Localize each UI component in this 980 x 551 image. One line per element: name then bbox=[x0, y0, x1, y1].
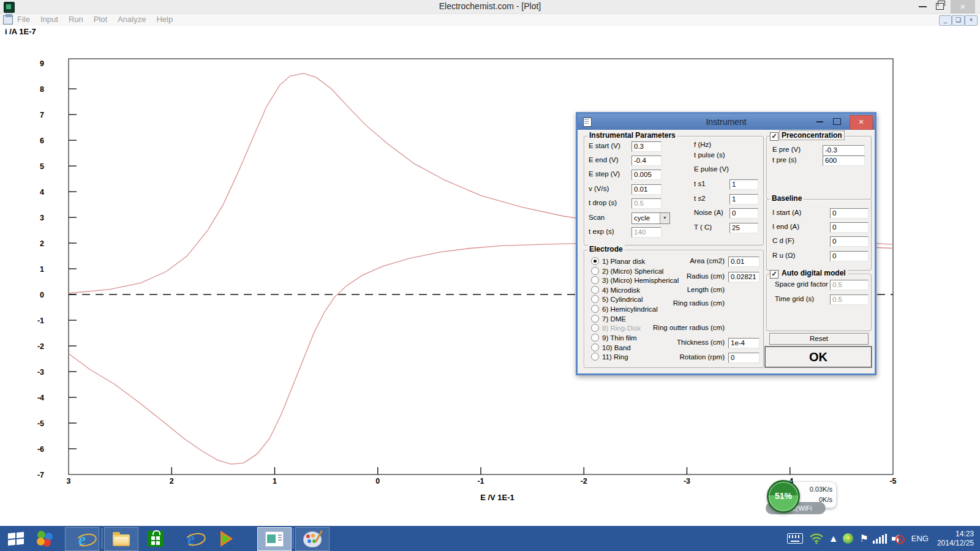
taskbar-ie-button[interactable]: e bbox=[65, 527, 99, 551]
y-tick-label: 6 bbox=[40, 137, 44, 145]
close-button[interactable]: × bbox=[951, 0, 975, 13]
auto-digital-model-checkbox[interactable]: ✓ bbox=[770, 270, 778, 279]
action-center-flag-icon[interactable]: ⚑ bbox=[856, 526, 872, 551]
taskbar-sogou-button[interactable] bbox=[32, 527, 59, 550]
electrode-option-5-cylindrical[interactable]: 5) Cylindrical bbox=[591, 295, 643, 303]
file-explorer-icon bbox=[113, 534, 130, 546]
radio-icon[interactable] bbox=[591, 267, 599, 275]
minimize-button[interactable] bbox=[919, 6, 927, 7]
noise-a-input[interactable]: 0 bbox=[729, 208, 758, 219]
desktop: Electrochemist.com - [Plot] × FileInputR… bbox=[0, 0, 980, 551]
i-start-a-input[interactable]: 0 bbox=[830, 208, 869, 219]
e-step-v-input[interactable]: 0.005 bbox=[631, 170, 662, 180]
radio-icon[interactable] bbox=[591, 286, 599, 294]
mdi-close-button[interactable]: × bbox=[965, 15, 978, 26]
electrode-option-10-band[interactable]: 10) Band bbox=[591, 343, 631, 351]
net-guard-ball[interactable]: 51% bbox=[767, 480, 800, 513]
e-pulse-v-label: E pulse (V) bbox=[694, 165, 729, 173]
electrode-option-11-ring[interactable]: 11) Ring bbox=[591, 353, 628, 361]
taskbar-video-player-button[interactable] bbox=[213, 527, 240, 550]
taskbar-ie-classic-button[interactable]: e bbox=[178, 527, 205, 550]
menu-item-input[interactable]: Input bbox=[40, 15, 58, 24]
network-signal-icon[interactable] bbox=[872, 526, 888, 551]
t-pre-s-input[interactable]: 600 bbox=[823, 156, 865, 166]
taskbar-electrochemist-button[interactable] bbox=[257, 527, 292, 551]
radio-icon[interactable] bbox=[591, 353, 599, 361]
taskbar-paint-button[interactable] bbox=[295, 527, 330, 551]
start-button[interactable] bbox=[2, 527, 29, 550]
touch-keyboard-icon[interactable] bbox=[784, 526, 806, 551]
x-tick-label: -1 bbox=[477, 477, 484, 485]
x-tick-label: -5 bbox=[889, 477, 896, 485]
t-s2-input[interactable]: 1 bbox=[729, 194, 758, 204]
r-u-input[interactable]: 0 bbox=[830, 251, 869, 261]
t-pulse-s-label: t pulse (s) bbox=[694, 151, 725, 159]
internet-explorer-icon: e bbox=[78, 531, 86, 547]
ok-button[interactable]: OK bbox=[765, 347, 872, 367]
reset-button[interactable]: Reset bbox=[769, 333, 869, 345]
electrode-option-label: 8) Ring-Disk bbox=[602, 324, 641, 332]
menu-item-file[interactable]: File bbox=[17, 15, 30, 24]
radio-icon[interactable] bbox=[591, 276, 599, 284]
radio-icon[interactable] bbox=[591, 295, 599, 303]
electrode-option-label: 7) DME bbox=[602, 315, 626, 323]
upload-speed: 0.03K/s bbox=[810, 485, 832, 493]
window-title: Electrochemist.com - [Plot] bbox=[0, 1, 980, 11]
rotation-rpm-input[interactable]: 0 bbox=[728, 353, 760, 363]
e-start-v-input[interactable]: 0.3 bbox=[631, 141, 662, 152]
e-end-v-input[interactable]: -0.4 bbox=[631, 156, 662, 166]
windows-store-icon bbox=[148, 531, 164, 547]
c-d-f-input[interactable]: 0 bbox=[830, 236, 869, 247]
electrode-option-9-thin-film[interactable]: 9) Thin film bbox=[591, 334, 637, 342]
e-start-v-label: E start (V) bbox=[589, 142, 620, 149]
radio-icon[interactable] bbox=[591, 334, 599, 342]
radius-cm-input[interactable]: 0.02821 bbox=[728, 272, 760, 282]
r-u-label: R u (Ω) bbox=[772, 252, 795, 259]
volume-muted-icon[interactable] bbox=[888, 526, 907, 551]
wifi-icon[interactable] bbox=[806, 526, 827, 551]
c-d-f-label: C d (F) bbox=[772, 237, 794, 244]
electrode-option-7-dme[interactable]: 7) DME bbox=[591, 315, 626, 323]
mdi-minimize-button[interactable]: _ bbox=[939, 15, 952, 26]
v-v-s-input[interactable]: 0.01 bbox=[631, 184, 662, 195]
menu-item-analyze[interactable]: Analyze bbox=[118, 15, 146, 24]
thickness-cm-input[interactable]: 1e-4 bbox=[728, 338, 760, 348]
area-cm2-input[interactable]: 0.01 bbox=[728, 257, 760, 267]
taskbar-store-button[interactable] bbox=[142, 527, 169, 550]
language-indicator[interactable]: ENG bbox=[907, 534, 933, 543]
restore-button[interactable] bbox=[936, 3, 944, 10]
menu-item-run[interactable]: Run bbox=[69, 15, 83, 24]
dropdown-arrow-icon[interactable]: ▼ bbox=[660, 213, 669, 223]
t-exp-s-input[interactable]: 140 bbox=[631, 227, 662, 238]
y-tick-label: 7 bbox=[40, 111, 44, 119]
scan-combobox[interactable]: cycle▼ bbox=[631, 212, 670, 224]
menu-item-plot[interactable]: Plot bbox=[94, 15, 107, 24]
y-tick-label: 1 bbox=[40, 265, 44, 274]
i-start-a-label: I start (A) bbox=[772, 209, 801, 216]
mdi-restore-button[interactable]: ❏ bbox=[952, 15, 965, 26]
y-tick-label: 0 bbox=[40, 291, 44, 299]
e-pre-v-input[interactable]: -0.3 bbox=[823, 145, 865, 156]
show-hidden-icons-chevron[interactable]: ▲ bbox=[827, 526, 840, 551]
t-drop-s-input[interactable]: 0.5 bbox=[631, 198, 662, 209]
clock[interactable]: 14:23 2014/12/25 bbox=[933, 530, 980, 548]
t-s1-input[interactable]: 1 bbox=[729, 179, 758, 190]
security-tray-icon[interactable]: + bbox=[840, 526, 856, 551]
space-grid-factor-input[interactable]: 0.5 bbox=[830, 280, 869, 290]
electrode-option-4-microdisk[interactable]: 4) Microdisk bbox=[591, 286, 640, 294]
electrode-option-8-ring-disk[interactable]: 8) Ring-Disk bbox=[591, 324, 641, 332]
radio-icon[interactable] bbox=[591, 257, 599, 265]
mdi-child-icon[interactable] bbox=[3, 15, 13, 24]
menu-item-help[interactable]: Help bbox=[156, 15, 173, 24]
radio-icon[interactable] bbox=[591, 343, 599, 351]
i-end-a-input[interactable]: 0 bbox=[830, 222, 869, 233]
taskbar-file-explorer-button[interactable] bbox=[104, 527, 138, 551]
radio-icon[interactable] bbox=[591, 324, 599, 332]
radio-icon[interactable] bbox=[591, 305, 599, 313]
time-grid-s-input[interactable]: 0.5 bbox=[830, 294, 869, 305]
internet-explorer-classic-icon: e bbox=[187, 531, 195, 547]
radio-icon[interactable] bbox=[591, 315, 599, 323]
t-c-input[interactable]: 25 bbox=[729, 223, 758, 233]
preconcentration-checkbox[interactable]: ✓ bbox=[770, 132, 778, 141]
radius-cm-label: Radius (cm) bbox=[636, 272, 725, 280]
